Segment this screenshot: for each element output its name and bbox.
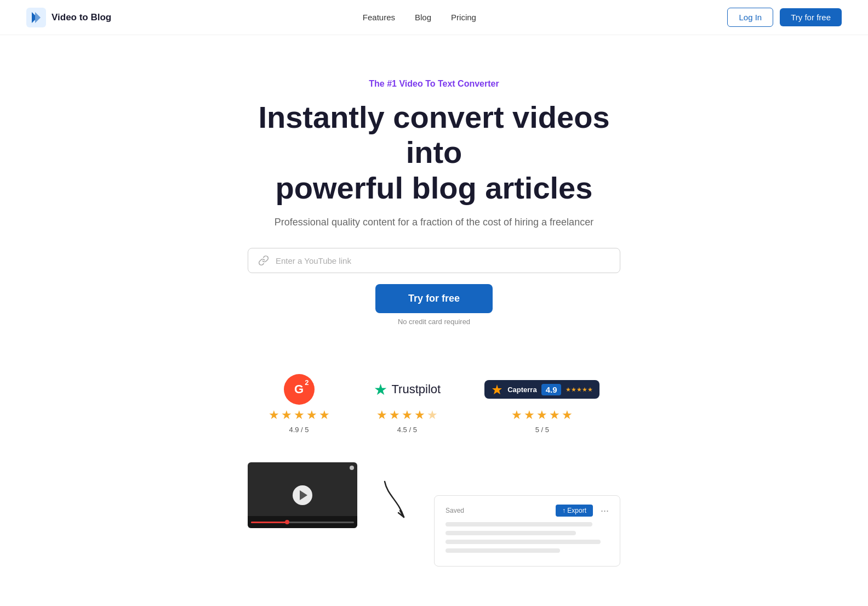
trustpilot-stars: ★ ★ ★ ★ ★ xyxy=(376,408,438,422)
youtube-input-wrap xyxy=(248,248,620,273)
blog-more-options-button[interactable]: ··· xyxy=(601,505,609,517)
nav-link-blog[interactable]: Blog xyxy=(415,13,431,22)
video-play-button[interactable] xyxy=(293,485,312,505)
video-progress-fill xyxy=(251,522,287,523)
try-free-nav-button[interactable]: Try for free xyxy=(780,8,842,26)
try-free-hero-button[interactable]: Try for free xyxy=(375,284,493,313)
hero-section: The #1 Video To Text Converter Instantly… xyxy=(0,35,868,348)
nav-link-pricing[interactable]: Pricing xyxy=(451,13,476,22)
video-controls xyxy=(248,516,357,528)
no-credit-card-note: No credit card required xyxy=(398,318,470,326)
blog-line-4 xyxy=(446,548,560,553)
play-triangle-icon xyxy=(300,490,307,500)
nav-link-features[interactable]: Features xyxy=(363,13,395,22)
video-corner-dot xyxy=(350,466,354,470)
capterra-badge-score: 4.9 xyxy=(541,384,562,395)
g2-stars: ★ ★ ★ ★ ★ xyxy=(269,408,330,422)
trustpilot-rating: ★ Trustpilot ★ ★ ★ ★ ★ 4.5 / 5 xyxy=(374,374,441,434)
blog-line-1 xyxy=(446,522,592,526)
capterra-badge: Capterra 4.9 ★★★★★ xyxy=(484,380,599,399)
capterra-stars: ★ ★ ★ ★ ★ xyxy=(511,408,573,422)
blog-saved-label: Saved xyxy=(446,507,464,514)
ratings-section: G2 ★ ★ ★ ★ ★ 4.9 / 5 ★ Trustpilot ★ ★ ★ … xyxy=(0,348,868,451)
blog-line-3 xyxy=(446,540,601,544)
trustpilot-star-icon: ★ xyxy=(374,381,387,399)
video-progress-dot xyxy=(285,520,289,524)
capterra-logo: Capterra 4.9 ★★★★★ xyxy=(484,374,599,405)
logo-icon xyxy=(26,8,46,27)
capterra-badge-stars: ★★★★★ xyxy=(566,386,593,393)
logo-link[interactable]: Video to Blog xyxy=(26,8,111,27)
g2-logo: G2 xyxy=(284,374,315,405)
navbar: Video to Blog Features Blog Pricing Log … xyxy=(0,0,868,35)
g2-score: 4.9 / 5 xyxy=(289,426,309,434)
youtube-input[interactable] xyxy=(276,256,610,265)
demo-section: Saved ↑ Export ··· xyxy=(0,451,868,567)
bottom-spacer xyxy=(0,567,868,588)
hero-subtitle: Professional quality content for a fract… xyxy=(275,217,593,228)
nav-actions: Log In Try for free xyxy=(727,8,842,27)
arrow-icon xyxy=(368,473,423,528)
video-thumbnail xyxy=(248,462,357,528)
blog-preview-topbar: Saved ↑ Export ··· xyxy=(446,505,609,517)
video-progress-bar[interactable] xyxy=(251,522,354,523)
capterra-flag-icon xyxy=(491,383,503,395)
capterra-label: Capterra xyxy=(507,386,536,394)
g2-logo-circle: G2 xyxy=(284,374,315,405)
logo-text: Video to Blog xyxy=(52,12,111,23)
link-icon xyxy=(258,255,269,266)
svg-marker-1 xyxy=(492,384,502,394)
hero-tagline: The #1 Video To Text Converter xyxy=(369,79,499,89)
nav-links: Features Blog Pricing xyxy=(363,13,476,22)
g2-rating: G2 ★ ★ ★ ★ ★ 4.9 / 5 xyxy=(269,374,330,434)
hero-title: Instantly convert videos into powerful b… xyxy=(242,100,626,206)
trustpilot-name: Trustpilot xyxy=(392,382,441,397)
blog-line-2 xyxy=(446,531,576,535)
trustpilot-score: 4.5 / 5 xyxy=(397,426,417,434)
login-button[interactable]: Log In xyxy=(727,8,773,27)
blog-preview-card: Saved ↑ Export ··· xyxy=(434,495,620,567)
trustpilot-logo: ★ Trustpilot xyxy=(374,374,441,405)
capterra-rating: Capterra 4.9 ★★★★★ ★ ★ ★ ★ ★ 5 / 5 xyxy=(484,374,599,434)
blog-export-button[interactable]: ↑ Export xyxy=(556,505,593,517)
capterra-score: 5 / 5 xyxy=(535,426,549,434)
